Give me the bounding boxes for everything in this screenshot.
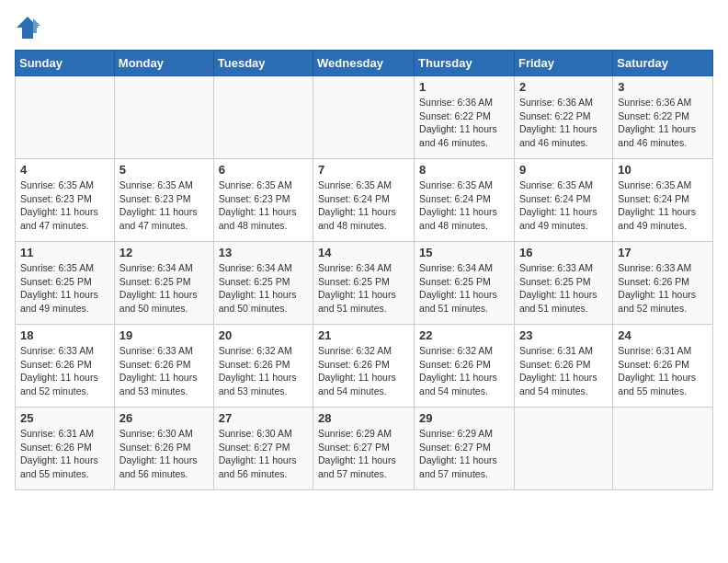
day-info: Sunrise: 6:34 AM Sunset: 6:25 PM Dayligh… <box>318 261 409 316</box>
calendar-cell: 27Sunrise: 6:30 AM Sunset: 6:27 PM Dayli… <box>213 408 313 490</box>
calendar-cell: 12Sunrise: 6:34 AM Sunset: 6:25 PM Dayli… <box>114 242 213 325</box>
day-number: 9 <box>519 163 608 177</box>
day-info: Sunrise: 6:35 AM Sunset: 6:24 PM Dayligh… <box>419 178 509 233</box>
day-number: 5 <box>119 163 209 177</box>
day-info: Sunrise: 6:31 AM Sunset: 6:26 PM Dayligh… <box>618 344 708 398</box>
calendar-cell: 26Sunrise: 6:30 AM Sunset: 6:26 PM Dayli… <box>114 408 213 490</box>
day-number: 12 <box>119 246 209 259</box>
day-number: 10 <box>618 163 708 177</box>
day-number: 4 <box>20 163 109 177</box>
week-row-2: 4Sunrise: 6:35 AM Sunset: 6:23 PM Daylig… <box>16 159 713 242</box>
day-info: Sunrise: 6:32 AM Sunset: 6:26 PM Dayligh… <box>318 344 409 398</box>
day-number: 20 <box>219 328 308 342</box>
day-info: Sunrise: 6:29 AM Sunset: 6:27 PM Dayligh… <box>318 427 409 481</box>
day-number: 19 <box>119 328 209 342</box>
day-info: Sunrise: 6:34 AM Sunset: 6:25 PM Dayligh… <box>219 261 308 316</box>
day-number: 26 <box>119 411 209 425</box>
calendar-cell: 15Sunrise: 6:34 AM Sunset: 6:25 PM Dayli… <box>415 242 515 325</box>
day-info: Sunrise: 6:35 AM Sunset: 6:24 PM Dayligh… <box>618 178 708 233</box>
day-number: 11 <box>20 246 109 259</box>
calendar-cell <box>16 76 115 159</box>
weekday-header-saturday: Saturday <box>613 51 713 76</box>
weekday-header-sunday: Sunday <box>16 51 115 76</box>
day-number: 18 <box>20 328 109 342</box>
calendar-cell: 10Sunrise: 6:35 AM Sunset: 6:24 PM Dayli… <box>613 159 713 242</box>
calendar-cell: 5Sunrise: 6:35 AM Sunset: 6:23 PM Daylig… <box>114 159 213 242</box>
calendar-cell: 25Sunrise: 6:31 AM Sunset: 6:26 PM Dayli… <box>16 408 115 490</box>
calendar-cell <box>114 76 213 159</box>
calendar-cell: 20Sunrise: 6:32 AM Sunset: 6:26 PM Dayli… <box>213 325 313 408</box>
calendar-cell: 9Sunrise: 6:35 AM Sunset: 6:24 PM Daylig… <box>514 159 612 242</box>
weekday-header-tuesday: Tuesday <box>213 51 313 76</box>
weekday-header-friday: Friday <box>514 51 612 76</box>
week-row-3: 11Sunrise: 6:35 AM Sunset: 6:25 PM Dayli… <box>16 242 713 325</box>
day-number: 23 <box>519 328 608 342</box>
day-number: 3 <box>618 80 708 94</box>
day-number: 8 <box>419 163 509 177</box>
day-number: 6 <box>219 163 308 177</box>
calendar-cell <box>613 408 713 490</box>
day-info: Sunrise: 6:35 AM Sunset: 6:24 PM Dayligh… <box>318 178 409 233</box>
day-info: Sunrise: 6:35 AM Sunset: 6:23 PM Dayligh… <box>20 178 109 233</box>
calendar-cell <box>514 408 612 490</box>
weekday-header-thursday: Thursday <box>415 51 515 76</box>
day-info: Sunrise: 6:33 AM Sunset: 6:25 PM Dayligh… <box>519 261 608 316</box>
day-info: Sunrise: 6:36 AM Sunset: 6:22 PM Dayligh… <box>419 96 509 150</box>
weekday-header-monday: Monday <box>114 51 213 76</box>
day-info: Sunrise: 6:30 AM Sunset: 6:26 PM Dayligh… <box>119 427 209 481</box>
calendar-cell: 7Sunrise: 6:35 AM Sunset: 6:24 PM Daylig… <box>313 159 415 242</box>
weekday-header-row: SundayMondayTuesdayWednesdayThursdayFrid… <box>16 51 713 76</box>
calendar-cell: 3Sunrise: 6:36 AM Sunset: 6:22 PM Daylig… <box>613 76 713 159</box>
day-info: Sunrise: 6:32 AM Sunset: 6:26 PM Dayligh… <box>219 344 308 398</box>
day-info: Sunrise: 6:31 AM Sunset: 6:26 PM Dayligh… <box>20 427 109 481</box>
day-number: 14 <box>318 246 409 259</box>
day-number: 7 <box>318 163 409 177</box>
day-number: 24 <box>618 328 708 342</box>
logo <box>15 15 44 40</box>
calendar-cell: 13Sunrise: 6:34 AM Sunset: 6:25 PM Dayli… <box>213 242 313 325</box>
day-info: Sunrise: 6:35 AM Sunset: 6:24 PM Dayligh… <box>519 178 608 233</box>
day-number: 21 <box>318 328 409 342</box>
calendar-cell: 8Sunrise: 6:35 AM Sunset: 6:24 PM Daylig… <box>415 159 515 242</box>
calendar-cell: 18Sunrise: 6:33 AM Sunset: 6:26 PM Dayli… <box>16 325 115 408</box>
day-info: Sunrise: 6:34 AM Sunset: 6:25 PM Dayligh… <box>419 261 509 316</box>
day-info: Sunrise: 6:33 AM Sunset: 6:26 PM Dayligh… <box>618 261 708 316</box>
calendar-cell: 29Sunrise: 6:29 AM Sunset: 6:27 PM Dayli… <box>415 408 515 490</box>
calendar-cell: 23Sunrise: 6:31 AM Sunset: 6:26 PM Dayli… <box>514 325 612 408</box>
calendar-cell: 11Sunrise: 6:35 AM Sunset: 6:25 PM Dayli… <box>16 242 115 325</box>
day-info: Sunrise: 6:35 AM Sunset: 6:23 PM Dayligh… <box>119 178 209 233</box>
day-number: 1 <box>419 80 509 94</box>
calendar-cell: 4Sunrise: 6:35 AM Sunset: 6:23 PM Daylig… <box>16 159 115 242</box>
calendar-cell <box>313 76 415 159</box>
day-info: Sunrise: 6:34 AM Sunset: 6:25 PM Dayligh… <box>119 261 209 316</box>
day-number: 15 <box>419 246 509 259</box>
week-row-4: 18Sunrise: 6:33 AM Sunset: 6:26 PM Dayli… <box>16 325 713 408</box>
weekday-header-wednesday: Wednesday <box>313 51 415 76</box>
day-info: Sunrise: 6:32 AM Sunset: 6:26 PM Dayligh… <box>419 344 509 398</box>
day-number: 28 <box>318 411 409 425</box>
day-info: Sunrise: 6:30 AM Sunset: 6:27 PM Dayligh… <box>219 427 308 481</box>
day-info: Sunrise: 6:36 AM Sunset: 6:22 PM Dayligh… <box>519 96 608 150</box>
svg-marker-1 <box>33 18 40 33</box>
calendar-cell <box>213 76 313 159</box>
day-number: 22 <box>419 328 509 342</box>
day-number: 2 <box>519 80 608 94</box>
logo-icon <box>15 15 40 40</box>
day-info: Sunrise: 6:33 AM Sunset: 6:26 PM Dayligh… <box>20 344 109 398</box>
day-number: 16 <box>519 246 608 259</box>
day-info: Sunrise: 6:29 AM Sunset: 6:27 PM Dayligh… <box>419 427 509 481</box>
calendar-cell: 17Sunrise: 6:33 AM Sunset: 6:26 PM Dayli… <box>613 242 713 325</box>
calendar-cell: 21Sunrise: 6:32 AM Sunset: 6:26 PM Dayli… <box>313 325 415 408</box>
week-row-1: 1Sunrise: 6:36 AM Sunset: 6:22 PM Daylig… <box>16 76 713 159</box>
day-info: Sunrise: 6:33 AM Sunset: 6:26 PM Dayligh… <box>119 344 209 398</box>
day-info: Sunrise: 6:36 AM Sunset: 6:22 PM Dayligh… <box>618 96 708 150</box>
day-info: Sunrise: 6:35 AM Sunset: 6:25 PM Dayligh… <box>20 261 109 316</box>
calendar-cell: 16Sunrise: 6:33 AM Sunset: 6:25 PM Dayli… <box>514 242 612 325</box>
calendar-cell: 28Sunrise: 6:29 AM Sunset: 6:27 PM Dayli… <box>313 408 415 490</box>
page-header <box>15 15 713 40</box>
calendar-cell: 22Sunrise: 6:32 AM Sunset: 6:26 PM Dayli… <box>415 325 515 408</box>
day-number: 27 <box>219 411 308 425</box>
calendar-cell: 6Sunrise: 6:35 AM Sunset: 6:23 PM Daylig… <box>213 159 313 242</box>
calendar-cell: 24Sunrise: 6:31 AM Sunset: 6:26 PM Dayli… <box>613 325 713 408</box>
calendar-cell: 14Sunrise: 6:34 AM Sunset: 6:25 PM Dayli… <box>313 242 415 325</box>
